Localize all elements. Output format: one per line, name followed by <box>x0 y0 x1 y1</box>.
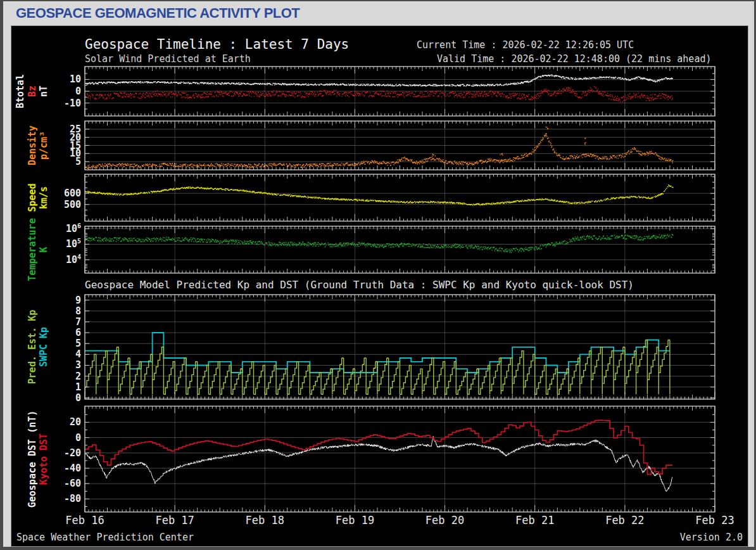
plot-title: Geospace Timeline : Latest 7 Days <box>85 37 349 52</box>
axis-label-nt: nT <box>38 86 49 97</box>
panel-density: 252015105Densityp/cm³ <box>27 121 715 170</box>
y-tick-label: 1 <box>75 381 81 393</box>
y-tick-label: 8 <box>75 305 81 317</box>
y-tick-label: 9 <box>75 295 81 306</box>
panel-dst: 200-20-40-60-80Geospace DST (nT)Kyoto DS… <box>27 406 715 512</box>
y-tick-label: 10 <box>70 74 81 85</box>
hour-tick-comb <box>85 226 715 273</box>
geospace-plot-panel: Geospace Timeline : Latest 7 DaysCurrent… <box>11 25 748 547</box>
axis-label-bz: Bz <box>27 86 38 97</box>
y-tick-label: 104 <box>66 253 81 265</box>
axis-label-k: K <box>38 246 49 252</box>
x-axis-label: Feb 18 <box>246 514 284 527</box>
y-tick-label: 5 <box>75 338 81 349</box>
y-tick-label: -60 <box>64 478 81 489</box>
y-tick-label: -80 <box>64 493 81 504</box>
axis-label-density: Density <box>27 125 38 165</box>
section2-title: Geospace Model Predicted Kp and DST (Gro… <box>85 279 634 291</box>
series-temperature <box>85 234 674 253</box>
series-bz <box>85 86 673 101</box>
series-geospace-dst <box>85 437 672 492</box>
y-tick-label: 0 <box>75 86 81 97</box>
axis-label-swpc-kp: SWPC Kp <box>38 327 49 367</box>
current-time-label: Current Time : 2026-02-22 12:26:05 UTC <box>417 39 634 51</box>
footer-version: Version 2.0 <box>680 532 743 543</box>
series-btotal <box>85 75 673 86</box>
y-tick-label: 106 <box>66 222 81 234</box>
axis-label-p-cm-: p/cm³ <box>38 131 49 160</box>
y-tick-label: -20 <box>64 447 81 459</box>
axis-label-km-s: km/s <box>38 186 49 209</box>
axis-label-pred-est-kp: Pred. Est. Kp <box>27 310 38 384</box>
x-axis-label: Feb 19 <box>336 514 374 527</box>
y-tick-label: -40 <box>64 463 81 474</box>
y-tick-label: 0 <box>75 392 81 404</box>
series-pred-est-kp <box>85 340 670 395</box>
geospace-plot-canvas: Geospace Timeline : Latest 7 DaysCurrent… <box>11 26 747 545</box>
series-speed <box>85 185 674 205</box>
geospace-activity-page: GEOSPACE GEOMAGNETIC ACTIVITY PLOT Geosp… <box>0 0 756 550</box>
y-tick-label: 600 <box>64 188 81 199</box>
y-tick-label: 2 <box>75 371 81 382</box>
y-tick-label: -10 <box>64 98 81 109</box>
axis-label-speed: Speed <box>27 183 38 212</box>
page-header: GEOSPACE GEOMAGNETIC ACTIVITY PLOT <box>3 1 754 25</box>
series-kyoto-dst <box>85 420 672 475</box>
y-ticks <box>85 177 715 215</box>
x-axis-label: Feb 23 <box>695 514 734 527</box>
y-tick-label: 20 <box>70 416 81 428</box>
y-tick-label: 0 <box>75 432 81 444</box>
y-tick-label: 5 <box>75 156 81 167</box>
x-axis-label: Feb 22 <box>605 514 644 527</box>
panel-speed: 600500Speedkm/s <box>27 174 715 221</box>
plot-subtitle: Solar Wind Predicted at Earth <box>85 53 251 65</box>
axis-label-kyoto-dst: Kyoto DST <box>38 433 49 485</box>
y-tick-label: 7 <box>75 316 81 328</box>
y-tick-label: 500 <box>64 199 81 210</box>
x-axis-label: Feb 16 <box>65 514 104 527</box>
x-axis-label: Feb 17 <box>155 514 194 527</box>
page-title: GEOSPACE GEOMAGNETIC ACTIVITY PLOT <box>16 5 299 22</box>
series-density <box>85 127 674 169</box>
x-axis-label: Feb 21 <box>515 514 554 527</box>
y-ticks <box>85 229 715 271</box>
x-axis-label: Feb 20 <box>425 514 464 527</box>
axis-label-btotal: Btotal <box>15 74 26 108</box>
panel-temperature: 106105104TemperatureK <box>27 218 715 281</box>
panel-kp: 9876543210Pred. Est. KpSWPC Kp <box>27 295 715 404</box>
y-tick-label: 6 <box>75 327 81 338</box>
y-tick-label: 105 <box>66 238 81 250</box>
footer-source: Space Weather Prediction Center <box>16 532 194 543</box>
axis-label-geospace-dst-nt-: Geospace DST (nT) <box>27 411 38 508</box>
y-ticks <box>85 414 715 506</box>
panel-imf: 100-10BtotalBznT <box>15 67 715 116</box>
axis-label-temperature: Temperature <box>27 218 38 281</box>
y-tick-label: 3 <box>75 359 81 371</box>
valid-time-label: Valid Time : 2026-02-22 12:48:00 (22 min… <box>437 53 711 65</box>
y-tick-label: 4 <box>75 349 81 360</box>
